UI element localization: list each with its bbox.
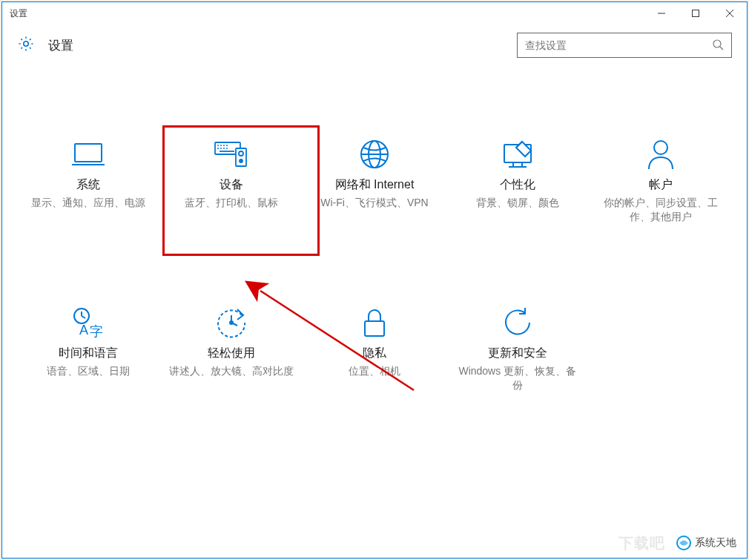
lock-icon (361, 304, 388, 341)
tile-desc: 你的帐户、同步设置、工作、其他用户 (598, 196, 724, 224)
close-icon (725, 9, 734, 18)
time-language-icon: A 字 (70, 304, 106, 341)
tile-title: 系统 (76, 177, 100, 193)
svg-rect-1 (693, 10, 699, 17)
tile-ease-of-access[interactable]: 轻松使用 讲述人、放大镜、高对比度 (160, 301, 303, 395)
watermark-label: 系统天地 (695, 536, 736, 550)
globe-icon (358, 136, 391, 173)
close-button[interactable] (713, 2, 747, 24)
svg-point-38 (230, 321, 233, 324)
maximize-icon (691, 9, 700, 18)
tile-title: 个性化 (500, 177, 535, 193)
tile-desc: 语音、区域、日期 (47, 364, 130, 378)
tile-desc: 背景、锁屏、颜色 (476, 196, 559, 210)
tile-system[interactable]: 系统 显示、通知、应用、电源 (17, 133, 160, 227)
svg-rect-39 (365, 321, 384, 336)
window-controls (644, 2, 747, 24)
svg-line-33 (82, 316, 85, 318)
personalization-icon (500, 136, 535, 173)
gear-icon (17, 35, 35, 56)
svg-text:字: 字 (90, 324, 103, 339)
minimize-icon (657, 9, 666, 18)
tile-personalization[interactable]: 个性化 背景、锁屏、颜色 (446, 133, 589, 227)
tile-desc: 讲述人、放大镜、高对比度 (169, 364, 294, 378)
tile-desc: 位置、相机 (349, 364, 400, 378)
header: 设置 (2, 24, 747, 66)
tile-title: 时间和语言 (59, 346, 118, 361)
svg-line-6 (720, 47, 723, 50)
tile-update-security[interactable]: 更新和安全 Windows 更新、恢复、备份 (446, 301, 589, 395)
devices-icon (212, 136, 251, 173)
tile-title: 网络和 Internet (335, 177, 415, 193)
watermark: 系统天地 (670, 533, 742, 553)
search-icon (712, 39, 724, 53)
app-title: 设置 (48, 37, 73, 54)
accounts-icon (646, 136, 676, 173)
svg-point-4 (24, 42, 28, 46)
tile-privacy[interactable]: 隐私 位置、相机 (303, 301, 446, 395)
watermark-faint: 下载吧 (618, 533, 665, 553)
tile-desc: Wi-Fi、飞行模式、VPN (320, 196, 428, 210)
search-box[interactable] (517, 33, 732, 58)
tile-title: 隐私 (363, 346, 386, 361)
settings-window: 设置 设置 (1, 1, 748, 559)
ease-of-access-icon (215, 304, 248, 341)
settings-grid: 系统 显示、通知、应用、电源 (2, 133, 747, 395)
tile-desc: 蓝牙、打印机、鼠标 (185, 196, 278, 210)
tile-title: 轻松使用 (208, 346, 255, 361)
minimize-button[interactable] (644, 2, 679, 24)
system-icon (70, 136, 106, 173)
tile-title: 更新和安全 (488, 346, 547, 361)
maximize-button[interactable] (679, 2, 713, 24)
tile-title: 帐户 (649, 177, 673, 193)
svg-text:A: A (79, 323, 88, 337)
tile-devices[interactable]: 设备 蓝牙、打印机、鼠标 (160, 133, 303, 227)
svg-point-21 (240, 159, 242, 162)
tile-network[interactable]: 网络和 Internet Wi-Fi、飞行模式、VPN (303, 133, 446, 227)
search-input[interactable] (525, 39, 712, 51)
svg-point-5 (713, 40, 721, 47)
update-icon (501, 304, 534, 341)
tile-time-language[interactable]: A 字 时间和语言 语音、区域、日期 (17, 301, 160, 395)
watermark-icon (676, 535, 692, 551)
tile-title: 设备 (220, 177, 243, 193)
tile-desc: 显示、通知、应用、电源 (31, 196, 145, 210)
window-title: 设置 (10, 7, 27, 20)
tile-accounts[interactable]: 帐户 你的帐户、同步设置、工作、其他用户 (589, 133, 732, 227)
svg-point-30 (654, 141, 667, 154)
tile-desc: Windows 更新、恢复、备份 (455, 364, 581, 392)
titlebar: 设置 (2, 2, 747, 24)
svg-rect-7 (75, 144, 102, 162)
